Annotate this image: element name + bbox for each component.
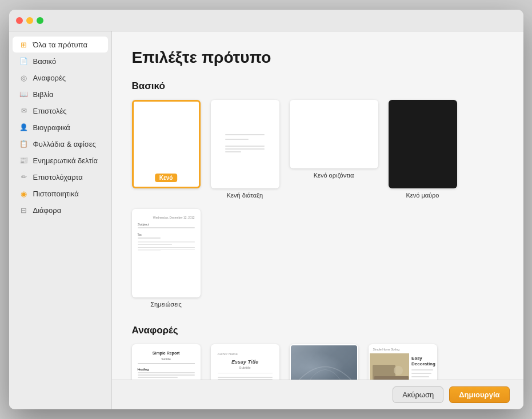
- notes-content: Wednesday, December 12, 2012 Subject To:: [133, 210, 199, 296]
- sidebar-label-letters: Επιστολές: [33, 107, 67, 115]
- template-thumb-simple-report: Simple Report Subtitle Heading Heading: [132, 344, 201, 380]
- flyer-icon: [19, 139, 29, 148]
- template-minimal-report[interactable]: ORGANIC FORMS IN ARCHITECTURE: [290, 344, 358, 380]
- template-thumb-blank-layout: [211, 100, 279, 188]
- sidebar-item-all[interactable]: Όλα τα πρότυπα: [13, 37, 108, 53]
- decor-sidebar: Easy Decorating: [409, 353, 435, 380]
- template-scroll-area[interactable]: Επιλέξτε πρότυπο Βασικό Κενό: [112, 31, 523, 380]
- template-thumb-essay: Author Name Essay Title Subtitle: [211, 344, 279, 380]
- sidebar-item-books[interactable]: Βιβλία: [13, 86, 108, 102]
- svg-rect-0: [291, 345, 357, 380]
- sidebar-label-books: Βιβλία: [33, 90, 54, 99]
- arch-content: ORGANIC FORMS IN ARCHITECTURE: [291, 345, 357, 380]
- report-icon: [19, 73, 29, 82]
- thumb-content: [218, 127, 271, 162]
- decor-svg: [370, 353, 410, 380]
- sidebar-item-certs[interactable]: Πιστοποιητικά: [13, 186, 108, 202]
- template-thumb-modern: Simple Home Styling: [369, 344, 437, 380]
- arch-svg: [291, 345, 357, 380]
- cancel-button[interactable]: Ακύρωση: [393, 386, 443, 403]
- misc-icon: [19, 206, 29, 215]
- sidebar-label-all: Όλα τα πρότυπα: [33, 41, 88, 49]
- doc-icon: [19, 57, 29, 66]
- sidebar-item-bio[interactable]: Βιογραφικά: [13, 119, 108, 135]
- template-label-notes: Σημειώσεις: [150, 301, 182, 308]
- decor-header: Simple Home Styling: [370, 345, 436, 353]
- decor-content: Simple Home Styling: [370, 345, 436, 380]
- r-title: Simple Report: [138, 351, 195, 355]
- essay-title: Essay Title: [231, 359, 258, 365]
- template-thumb-minimal: ORGANIC FORMS IN ARCHITECTURE: [290, 344, 358, 380]
- basic-templates-grid: Κενό: [132, 100, 503, 308]
- sidebar-label-stationery: Επιστολόχαρτα: [33, 173, 83, 182]
- template-blank-landscape[interactable]: Κενό οριζόντια: [290, 100, 378, 199]
- r-heading: Heading: [138, 368, 195, 371]
- sidebar-item-basic[interactable]: Βασικό: [13, 53, 108, 69]
- template-label-blank-landscape: Κενό οριζόντια: [314, 172, 354, 179]
- template-thumb-blank-black: [389, 100, 457, 188]
- minimize-button[interactable]: [26, 17, 33, 24]
- news-icon: [19, 156, 29, 165]
- blank-badge: Κενό: [155, 174, 178, 182]
- bottom-bar: Ακύρωση Δημιουργία: [112, 380, 523, 409]
- main-window: Όλα τα πρότυπα Βασικό Αναφορές Βιβλία Επ…: [9, 10, 523, 409]
- svg-rect-3: [374, 376, 409, 380]
- section-title-basic: Βασικό: [132, 80, 503, 92]
- main-panel: Επιλέξτε πρότυπο Βασικό Κενό: [112, 31, 523, 409]
- report-content: Simple Report Subtitle Heading Heading: [133, 345, 199, 380]
- template-label-blank-layout: Κενή διάταξη: [227, 192, 263, 199]
- sidebar-label-basic: Βασικό: [33, 57, 57, 66]
- bio-icon: [19, 123, 29, 132]
- traffic-lights: [16, 17, 43, 24]
- decor-image: [370, 353, 410, 380]
- content-area: Όλα τα πρότυπα Βασικό Αναφορές Βιβλία Επ…: [9, 31, 523, 409]
- svg-point-4: [394, 366, 403, 375]
- titlebar: [9, 10, 523, 31]
- sidebar-item-newsletters[interactable]: Ενημερωτικά δελτία: [13, 152, 108, 168]
- sidebar-label-reports: Αναφορές: [33, 74, 66, 82]
- template-blank[interactable]: Κενό: [132, 100, 201, 199]
- page-title: Επιλέξτε πρότυπο: [132, 49, 503, 67]
- sidebar-label-newsletters: Ενημερωτικά δελτία: [33, 156, 98, 165]
- template-thumb-blank-landscape: [290, 100, 378, 168]
- essay-content: Author Name Essay Title Subtitle: [212, 345, 278, 380]
- template-label-blank-black: Κενό μαύρο: [406, 192, 439, 199]
- template-blank-layout[interactable]: Κενή διάταξη: [211, 100, 279, 199]
- maximize-button[interactable]: [37, 17, 43, 24]
- notes-date: Wednesday, December 12, 2012: [138, 216, 195, 219]
- sidebar-item-stationery[interactable]: Επιστολόχαρτα: [13, 169, 108, 185]
- template-thumb-notes: Wednesday, December 12, 2012 Subject To:: [132, 209, 201, 297]
- book-icon: [19, 90, 29, 99]
- sidebar-item-misc[interactable]: Διάφορα: [13, 202, 108, 218]
- sidebar-item-flyers[interactable]: Φυλλάδια & αφίσες: [13, 136, 108, 152]
- sidebar-item-reports[interactable]: Αναφορές: [13, 70, 108, 86]
- section-title-reports: Αναφορές: [132, 325, 503, 336]
- arch-image: [291, 345, 357, 380]
- sidebar-label-bio: Βιογραφικά: [33, 123, 70, 132]
- template-blank-black[interactable]: Κενό μαύρο: [389, 100, 457, 199]
- sidebar-label-flyers: Φυλλάδια & αφίσες: [33, 140, 96, 148]
- sidebar: Όλα τα πρότυπα Βασικό Αναφορές Βιβλία Επ…: [9, 31, 112, 409]
- r-subtitle: Subtitle: [138, 357, 195, 361]
- letter-icon: [19, 106, 29, 115]
- grid-icon: [19, 40, 29, 49]
- stationery-icon: [19, 172, 29, 182]
- template-simple-report[interactable]: Simple Report Subtitle Heading Heading: [132, 344, 201, 380]
- template-thumb-blank: Κενό: [132, 100, 201, 188]
- cert-icon: [19, 189, 29, 198]
- sidebar-item-letters[interactable]: Επιστολές: [13, 103, 108, 119]
- template-essay[interactable]: Author Name Essay Title Subtitle: [211, 344, 279, 380]
- decor-top: Easy Decorating: [370, 353, 436, 380]
- create-button[interactable]: Δημιουργία: [449, 386, 509, 403]
- template-notes[interactable]: Wednesday, December 12, 2012 Subject To:: [132, 209, 201, 308]
- sidebar-label-certs: Πιστοποιητικά: [33, 190, 79, 198]
- sidebar-label-misc: Διάφορα: [33, 206, 62, 215]
- essay-subtitle: Subtitle: [239, 366, 250, 369]
- close-button[interactable]: [16, 17, 23, 24]
- reports-templates-grid: Simple Report Subtitle Heading Heading: [132, 344, 503, 380]
- decor-title: Easy Decorating: [411, 356, 433, 366]
- template-modern-report[interactable]: Simple Home Styling: [369, 344, 437, 380]
